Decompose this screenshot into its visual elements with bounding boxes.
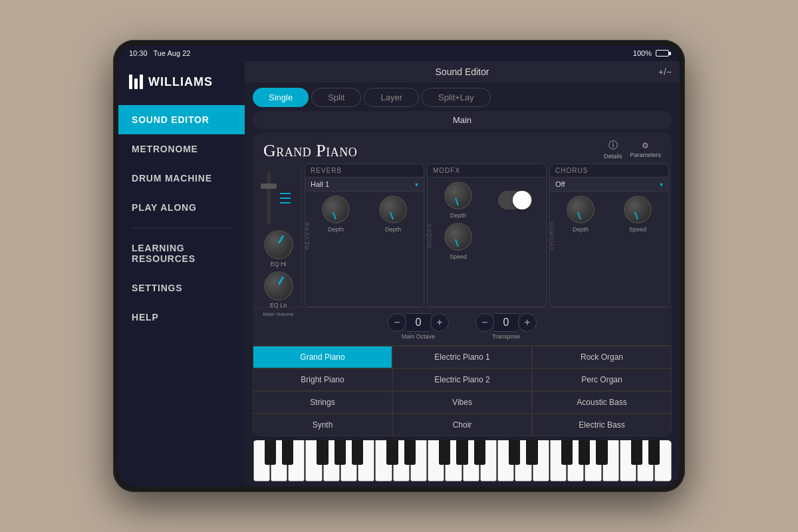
chorus-dropdown-arrow[interactable]: ▾ — [660, 181, 663, 188]
chorus-depth-knob[interactable] — [567, 196, 595, 223]
white-key-4[interactable] — [323, 440, 340, 481]
sidebar-item-metronome[interactable]: Metronome — [118, 134, 245, 164]
reverb-header: Reverb — [305, 164, 424, 178]
sound-item-choir[interactable]: Choir — [392, 414, 532, 436]
white-key-11[interactable] — [445, 440, 462, 481]
sound-list: Grand PianoElectric Piano 1Rock OrganBri… — [253, 345, 672, 436]
reverb-dropdown-arrow[interactable]: ▾ — [415, 181, 418, 188]
reverb-vert-label: Reverb — [305, 221, 311, 249]
sidebar-item-settings[interactable]: Settings — [118, 273, 245, 303]
sidebar-item-help[interactable]: Help — [118, 303, 245, 332]
white-key-13[interactable] — [480, 440, 497, 481]
sound-item-rock-organ[interactable]: Rock Organ — [532, 346, 672, 368]
white-key-0[interactable] — [253, 440, 270, 481]
white-key-9[interactable] — [410, 440, 427, 481]
reverb-depth2-label: Depth — [385, 226, 401, 233]
white-key-3[interactable] — [305, 440, 322, 481]
transpose-control: − 0 + — [475, 313, 537, 332]
white-key-17[interactable] — [550, 440, 567, 481]
white-key-8[interactable] — [393, 440, 410, 481]
chorus-vert-label: Chorus — [549, 220, 555, 250]
white-key-14[interactable] — [497, 440, 514, 481]
sound-item-bright-piano[interactable]: Bright Piano — [253, 368, 392, 391]
logo-icon — [129, 74, 143, 89]
octave-control: − 0 + — [388, 313, 449, 332]
white-key-12[interactable] — [463, 440, 479, 481]
sound-item-electric-piano-1[interactable]: Electric Piano 1 — [392, 346, 532, 368]
main-content: Sound Editor +/− Single Split Layer Spli… — [245, 61, 680, 487]
battery-text: 100% — [633, 49, 652, 57]
sound-item-vibes[interactable]: Vibes — [392, 391, 532, 414]
tab-split-lay[interactable]: Split+Lay — [422, 88, 491, 107]
sidebar-nav: Sound Editor Metronome Drum Machine Play… — [118, 100, 245, 487]
sound-item-perc-organ[interactable]: Perc Organ — [532, 368, 672, 391]
transpose-minus-icon: − — [481, 317, 487, 329]
sidebar-item-sound-editor[interactable]: Sound Editor — [118, 105, 245, 134]
white-key-18[interactable] — [567, 440, 584, 481]
sidebar-item-learning[interactable]: Learning Resources — [118, 233, 245, 273]
sidebar-item-drum-machine[interactable]: Drum Machine — [118, 164, 245, 193]
fader-handle[interactable] — [261, 184, 277, 189]
modfx-depth-knob[interactable] — [444, 182, 472, 209]
main-tab-bar[interactable]: Main — [253, 111, 672, 129]
reverb-depth-knob-group: Depth — [309, 196, 362, 233]
tab-split[interactable]: Split — [311, 88, 361, 107]
chorus-block: Chorus Off ▾ Depth — [549, 164, 669, 307]
modfx-depth-label: Depth — [450, 212, 466, 219]
white-key-23[interactable] — [654, 440, 671, 481]
tab-layer[interactable]: Layer — [364, 88, 419, 107]
modfx-depth-knob-group: Depth — [432, 182, 485, 219]
reverb-selected: Hall 1 — [311, 180, 329, 188]
white-key-16[interactable] — [533, 440, 549, 481]
fader-line-3 — [280, 202, 291, 203]
eq-hi-knob[interactable] — [264, 230, 293, 259]
white-key-6[interactable] — [358, 440, 374, 481]
white-key-22[interactable] — [637, 440, 654, 481]
transpose-plus-icon: + — [524, 317, 530, 329]
volume-fader[interactable] — [267, 169, 291, 227]
date-text: Tue Aug 22 — [154, 49, 191, 57]
minus-icon: − — [394, 317, 400, 329]
transpose-plus-button[interactable]: + — [518, 313, 537, 332]
octave-minus-button[interactable]: − — [388, 313, 406, 332]
eq-lo-knob[interactable] — [264, 271, 293, 301]
piano-keyboard[interactable] — [253, 440, 672, 481]
octave-value: 0 — [406, 313, 430, 332]
white-key-7[interactable] — [375, 440, 392, 481]
logo-text: WILLIAMS — [148, 75, 213, 89]
sound-item-strings[interactable]: Strings — [253, 391, 392, 414]
white-key-21[interactable] — [620, 440, 636, 481]
sound-item-grand-piano[interactable]: Grand Piano — [253, 346, 392, 368]
chorus-depth-knob-group: Depth — [554, 196, 607, 233]
modfx-speed-knob[interactable] — [444, 223, 472, 251]
white-key-15[interactable] — [515, 440, 531, 481]
white-key-1[interactable] — [271, 440, 287, 481]
white-key-2[interactable] — [288, 440, 305, 481]
white-key-20[interactable] — [602, 440, 619, 481]
reverb-depth-knob[interactable] — [322, 196, 350, 223]
sound-item-synth[interactable]: Synth — [253, 414, 392, 436]
details-button[interactable]: ⓘ Details — [604, 140, 622, 160]
parameters-button[interactable]: ⚙ Parameters — [630, 141, 661, 158]
white-key-10[interactable] — [428, 440, 444, 481]
sound-item-electric-bass[interactable]: Electric Bass — [532, 414, 672, 436]
octave-label: Main Octave — [402, 333, 436, 340]
sidebar-divider — [132, 227, 231, 228]
chorus-speed-knob[interactable] — [624, 196, 652, 223]
white-key-5[interactable] — [340, 440, 357, 481]
tablet-screen: 10:30 Tue Aug 22 100% — [118, 45, 680, 487]
modfx-toggle[interactable] — [498, 191, 533, 209]
sound-editor-panel: Grand Piano ⓘ Details ⚙ Parameters — [253, 133, 672, 436]
tab-single[interactable]: Single — [253, 88, 309, 107]
octave-plus-button[interactable]: + — [430, 313, 449, 332]
white-key-19[interactable] — [585, 440, 601, 481]
sound-item-electric-piano-2[interactable]: Electric Piano 2 — [392, 368, 532, 391]
reverb-depth2-knob[interactable] — [379, 196, 407, 223]
modfx-speed-label: Speed — [450, 253, 467, 260]
header-title: Sound Editor — [436, 66, 489, 77]
details-label: Details — [604, 153, 622, 160]
sound-item-acoustic-bass[interactable]: Acoustic Bass — [532, 391, 672, 414]
expand-collapse-button[interactable]: +/− — [658, 66, 672, 77]
sidebar-item-play-along[interactable]: Play Along — [118, 193, 245, 222]
transpose-minus-button[interactable]: − — [475, 313, 494, 332]
